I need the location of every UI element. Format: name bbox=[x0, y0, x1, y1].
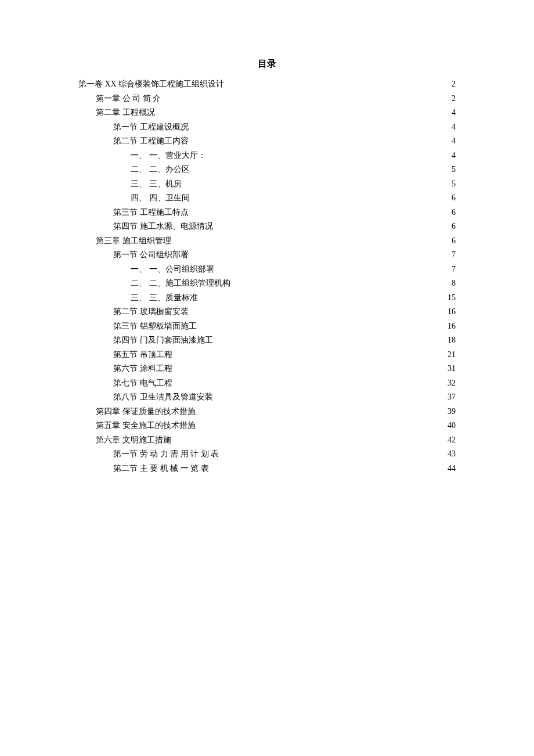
toc-container: 第一卷 XX 综合楼装饰工程施工组织设计2第一章 公 司 简 介2第二章 工程概… bbox=[78, 77, 456, 476]
toc-entry: 三、 三、机房5 bbox=[78, 177, 456, 192]
toc-entry-page: 15 bbox=[445, 291, 456, 305]
toc-leader-dots bbox=[214, 221, 445, 229]
toc-entry-page: 39 bbox=[445, 405, 456, 419]
toc-entry: 第二节 主 要 机 械 一 览 表44 bbox=[78, 462, 456, 476]
toc-entry: 第三节 铝塑板墙面施工16 bbox=[78, 319, 456, 334]
toc-entry-page: 40 bbox=[445, 419, 456, 433]
toc-entry: 第一卷 XX 综合楼装饰工程施工组织设计2 bbox=[78, 77, 456, 92]
toc-leader-dots bbox=[199, 292, 445, 300]
toc-entry: 第四节 施工水源、电源情况6 bbox=[78, 219, 456, 234]
toc-entry: 第六章 文明施工措施42 bbox=[78, 433, 456, 448]
toc-leader-dots bbox=[174, 377, 445, 386]
toc-entry-page: 31 bbox=[445, 362, 456, 376]
toc-entry-label: 第八节 卫生洁具及管道安装 bbox=[113, 390, 213, 405]
toc-entry-page: 6 bbox=[445, 191, 456, 206]
toc-entry-label: 一、 一、公司组织部署 bbox=[131, 262, 214, 277]
toc-entry: 二、 二、施工组织管理机构8 bbox=[78, 276, 456, 291]
toc-leader-dots bbox=[198, 321, 445, 329]
toc-entry-page: 16 bbox=[445, 305, 456, 319]
toc-entry-label: 第五章 安全施工的技术措施 bbox=[96, 419, 196, 433]
toc-entry-page: 2 bbox=[445, 92, 456, 106]
toc-leader-dots bbox=[172, 434, 445, 442]
toc-leader-dots bbox=[190, 135, 445, 143]
toc-entry-label: 第三章 施工组织管理 bbox=[96, 234, 171, 249]
toc-entry-page: 37 bbox=[445, 390, 456, 405]
toc-entry-page: 43 bbox=[445, 447, 456, 462]
toc-entry-label: 第一节 公司组织部署 bbox=[113, 248, 189, 262]
toc-leader-dots bbox=[197, 420, 445, 428]
toc-entry-label: 第四章 保证质量的技术措施 bbox=[96, 405, 196, 419]
toc-leader-dots bbox=[156, 107, 445, 115]
toc-entry-label: 第二节 主 要 机 械 一 览 表 bbox=[113, 462, 209, 476]
toc-entry: 第五节 吊顶工程21 bbox=[78, 348, 456, 362]
toc-entry: 第一节 公司组织部署7 bbox=[78, 248, 456, 262]
toc-entry-page: 4 bbox=[445, 120, 456, 135]
toc-entry-page: 7 bbox=[445, 262, 456, 277]
toc-entry-label: 第一卷 XX 综合楼装饰工程施工组织设计 bbox=[78, 77, 224, 92]
toc-entry: 第四章 保证质量的技术措施39 bbox=[78, 405, 456, 419]
toc-leader-dots bbox=[191, 192, 445, 200]
toc-entry-label: 第三节 工程施工特点 bbox=[113, 206, 189, 220]
toc-entry: 第一节 劳 动 力 需 用 计 划 表43 bbox=[78, 447, 456, 462]
toc-entry-page: 8 bbox=[445, 276, 456, 291]
toc-entry: 第五章 安全施工的技术措施40 bbox=[78, 419, 456, 433]
toc-entry-label: 第一节 工程建设概况 bbox=[113, 120, 189, 135]
toc-entry-label: 第二节 玻璃橱窗安装 bbox=[113, 305, 189, 319]
toc-entry-page: 5 bbox=[445, 177, 456, 192]
toc-entry-label: 第一章 公 司 简 介 bbox=[96, 92, 161, 106]
toc-entry-page: 6 bbox=[445, 234, 456, 249]
toc-entry-page: 32 bbox=[445, 376, 456, 391]
toc-entry: 第二节 工程施工内容4 bbox=[78, 134, 456, 149]
toc-leader-dots bbox=[174, 363, 445, 371]
toc-entry-label: 三、 三、质量标准 bbox=[131, 291, 198, 305]
toc-entry-label: 第二节 工程施工内容 bbox=[113, 134, 189, 149]
toc-entry-label: 第七节 电气工程 bbox=[113, 376, 172, 391]
toc-entry-label: 二、 二、施工组织管理机构 bbox=[131, 276, 230, 291]
toc-entry: 第三章 施工组织管理6 bbox=[78, 234, 456, 249]
toc-entry: 三、 三、质量标准15 bbox=[78, 291, 456, 305]
toc-entry: 第六节 涂料工程31 bbox=[78, 362, 456, 376]
toc-entry-page: 18 bbox=[445, 333, 456, 348]
toc-leader-dots bbox=[220, 448, 444, 456]
toc-entry: 第三节 工程施工特点6 bbox=[78, 206, 456, 220]
toc-entry-label: 第四节 施工水源、电源情况 bbox=[113, 219, 213, 234]
toc-leader-dots bbox=[215, 264, 445, 272]
toc-entry-label: 一、 一、营业大厅： bbox=[131, 149, 206, 163]
toc-entry: 一、 一、公司组织部署7 bbox=[78, 262, 456, 277]
toc-leader-dots bbox=[172, 235, 445, 243]
toc-entry-label: 第四节 门及门套面油漆施工 bbox=[113, 333, 213, 348]
toc-entry-page: 6 bbox=[445, 219, 456, 234]
toc-entry: 第七节 电气工程32 bbox=[78, 376, 456, 391]
toc-entry-label: 第六节 涂料工程 bbox=[113, 362, 172, 376]
toc-leader-dots bbox=[207, 150, 445, 158]
toc-entry: 第二节 玻璃橱窗安装16 bbox=[78, 305, 456, 319]
toc-entry-page: 16 bbox=[445, 319, 456, 334]
toc-leader-dots bbox=[174, 349, 445, 357]
toc-leader-dots bbox=[214, 334, 445, 343]
toc-entry-page: 4 bbox=[445, 149, 456, 163]
toc-entry-page: 2 bbox=[445, 77, 456, 92]
toc-leader-dots bbox=[210, 463, 445, 471]
toc-entry: 一、 一、营业大厅：4 bbox=[78, 149, 456, 163]
toc-leader-dots bbox=[162, 93, 444, 101]
toc-leader-dots bbox=[225, 78, 444, 87]
toc-entry-label: 第二章 工程概况 bbox=[96, 106, 155, 120]
toc-entry-page: 44 bbox=[445, 462, 456, 476]
toc-entry-label: 第六章 文明施工措施 bbox=[96, 433, 171, 448]
toc-leader-dots bbox=[214, 391, 445, 399]
toc-title: 目录 bbox=[78, 58, 456, 70]
toc-entry: 四、 四、卫生间6 bbox=[78, 191, 456, 206]
toc-entry-page: 4 bbox=[445, 106, 456, 120]
toc-leader-dots bbox=[190, 121, 445, 129]
toc-entry-label: 四、 四、卫生间 bbox=[131, 191, 190, 206]
toc-entry-page: 42 bbox=[445, 433, 456, 448]
toc-leader-dots bbox=[232, 278, 445, 286]
toc-entry: 二、 二、办公区5 bbox=[78, 163, 456, 177]
toc-entry: 第一节 工程建设概况4 bbox=[78, 120, 456, 135]
toc-entry: 第八节 卫生洁具及管道安装37 bbox=[78, 390, 456, 405]
toc-entry-page: 21 bbox=[445, 348, 456, 362]
toc-entry-label: 三、 三、机房 bbox=[131, 177, 182, 192]
toc-entry-label: 二、 二、办公区 bbox=[131, 163, 190, 177]
toc-entry-page: 4 bbox=[445, 134, 456, 149]
toc-entry: 第一章 公 司 简 介2 bbox=[78, 92, 456, 106]
